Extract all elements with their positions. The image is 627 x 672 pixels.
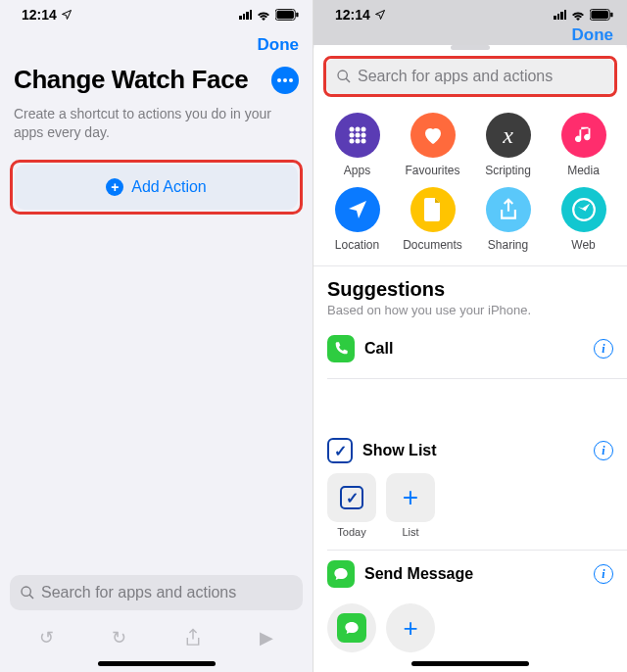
- chip-today[interactable]: ✓: [327, 473, 376, 522]
- action-picker-sheet: Search for apps and actions AppsFavourit…: [314, 39, 627, 672]
- checklist-icon: ✓: [327, 438, 353, 463]
- show-list-chips: ✓ Today + List: [314, 473, 627, 544]
- svg-line-9: [346, 78, 350, 82]
- svg-point-12: [361, 127, 365, 132]
- chip-list[interactable]: +: [386, 473, 435, 522]
- category-label: Media: [567, 164, 600, 177]
- category-media[interactable]: Media: [546, 113, 621, 177]
- page-subtitle: Create a shortcut to actions you do in y…: [0, 105, 313, 160]
- add-action-button[interactable]: + Add Action: [15, 165, 298, 210]
- apps-icon: [335, 113, 380, 158]
- category-label: Web: [571, 238, 595, 252]
- search-input[interactable]: Search for apps and actions: [326, 59, 614, 94]
- play-button[interactable]: ▶: [260, 627, 273, 648]
- action-picker-screen: 12:14 Done Search for apps and actions A…: [314, 0, 627, 672]
- undo-button[interactable]: ↺: [39, 627, 54, 648]
- share-icon: [486, 187, 531, 232]
- svg-point-3: [22, 587, 30, 596]
- svg-point-14: [355, 133, 360, 138]
- svg-point-10: [349, 127, 354, 132]
- suggestion-send-message[interactable]: Send Message i: [314, 551, 627, 598]
- suggestions-subheading: Based on how you use your iPhone.: [327, 303, 613, 317]
- bottom-toolbar: ↺ ↻ ▶: [0, 618, 313, 657]
- category-favourites[interactable]: Favourites: [395, 113, 470, 177]
- shortcut-editor-screen: 12:14 Done Change Watch Face Create a sh…: [0, 0, 314, 672]
- location-arrow-icon: [61, 9, 72, 21]
- category-label: Location: [335, 238, 379, 252]
- category-label: Apps: [344, 164, 370, 177]
- script-icon: x: [486, 113, 531, 158]
- signal-icon: [239, 10, 252, 20]
- svg-rect-6: [591, 11, 608, 19]
- done-button[interactable]: Done: [258, 35, 300, 55]
- web-icon: [561, 187, 606, 232]
- category-label: Scripting: [485, 164, 531, 177]
- sheet-grabber[interactable]: [451, 45, 490, 50]
- chip-add[interactable]: +: [386, 603, 435, 652]
- category-location[interactable]: Location: [319, 187, 395, 252]
- suggestion-call[interactable]: Call i: [314, 325, 627, 372]
- category-documents[interactable]: Documents: [395, 187, 470, 252]
- page-title: Change Watch Face: [14, 65, 248, 95]
- wifi-icon: [570, 9, 586, 21]
- category-sharing[interactable]: Sharing: [470, 187, 546, 252]
- info-button[interactable]: i: [594, 564, 613, 584]
- search-placeholder: Search for apps and actions: [358, 68, 553, 85]
- category-grid: AppsFavouritesxScriptingMediaLocationDoc…: [314, 107, 627, 266]
- svg-point-13: [349, 133, 354, 138]
- svg-rect-1: [276, 11, 294, 19]
- music-icon: [561, 113, 606, 158]
- suggestion-label: Show List: [362, 442, 584, 459]
- add-action-highlight: + Add Action: [10, 160, 303, 215]
- info-button[interactable]: i: [594, 441, 613, 460]
- document-icon: [410, 187, 456, 232]
- svg-point-15: [361, 133, 365, 138]
- suggestion-label: Call: [364, 340, 584, 358]
- svg-point-16: [349, 139, 354, 144]
- dimmed-backdrop: Done: [314, 29, 627, 45]
- signal-icon: [554, 10, 566, 20]
- done-button-bg: Done: [572, 25, 614, 45]
- send-message-chips: +: [314, 598, 627, 652]
- suggestion-show-list[interactable]: ✓ Show List i: [314, 428, 627, 473]
- search-highlight: Search for apps and actions: [323, 56, 617, 97]
- suggestion-label: Send Message: [364, 565, 584, 583]
- svg-line-4: [29, 595, 33, 599]
- add-action-label: Add Action: [131, 178, 207, 196]
- phone-app-icon: [327, 335, 355, 362]
- chip-label: Today: [337, 526, 365, 538]
- info-button[interactable]: i: [594, 339, 613, 359]
- plus-circle-icon: +: [106, 178, 123, 196]
- status-bar: 12:14: [0, 0, 313, 29]
- home-indicator: [98, 661, 216, 666]
- svg-point-17: [355, 139, 360, 144]
- category-label: Documents: [403, 238, 462, 252]
- svg-point-11: [355, 127, 360, 132]
- heart-icon: [410, 113, 456, 158]
- share-icon[interactable]: [184, 628, 202, 648]
- category-apps[interactable]: Apps: [319, 113, 395, 177]
- svg-rect-7: [610, 13, 612, 18]
- messages-app-icon: [327, 560, 355, 588]
- category-label: Favourites: [405, 164, 459, 177]
- chip-label: List: [402, 526, 418, 538]
- nav-bar: Done: [0, 29, 313, 59]
- suggestions-list: Call i ✓ Show List i ✓ Today + List: [314, 319, 627, 652]
- home-indicator: [411, 661, 529, 666]
- search-icon: [20, 585, 35, 600]
- chip-messages[interactable]: [327, 603, 376, 652]
- status-time: 12:14: [335, 7, 370, 23]
- category-web[interactable]: Web: [546, 187, 621, 252]
- location-arrow-icon: [374, 9, 386, 21]
- svg-point-18: [361, 139, 365, 144]
- search-icon: [336, 69, 352, 84]
- category-scripting[interactable]: xScripting: [470, 113, 546, 177]
- redo-button[interactable]: ↻: [112, 627, 126, 648]
- battery-icon: [275, 9, 299, 21]
- svg-point-8: [338, 71, 347, 79]
- search-placeholder: Search for apps and actions: [41, 584, 236, 601]
- battery-icon: [590, 9, 613, 21]
- more-button[interactable]: [271, 67, 299, 94]
- category-label: Sharing: [488, 238, 528, 252]
- search-input[interactable]: Search for apps and actions: [10, 575, 303, 610]
